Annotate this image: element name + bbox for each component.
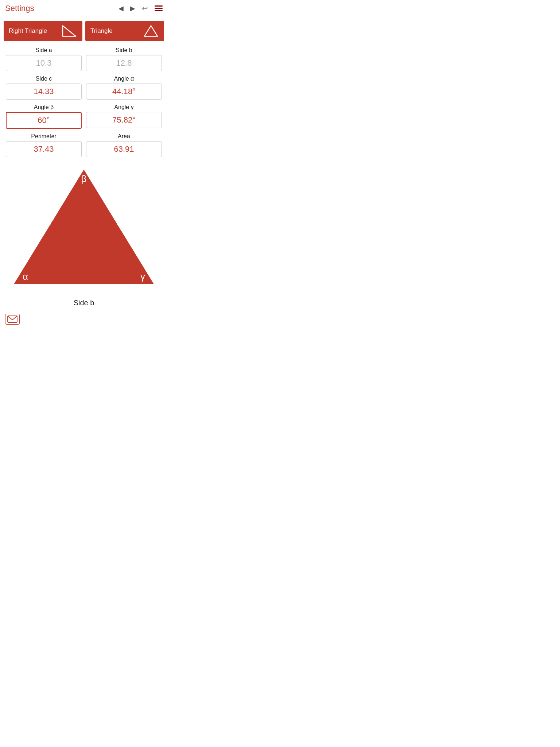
perimeter-label: Perimeter bbox=[6, 133, 82, 140]
side-b-label: Side b bbox=[86, 47, 162, 54]
angle-alpha-label: Angle α bbox=[86, 76, 162, 82]
right-triangle-label: Right Triangle bbox=[9, 27, 47, 35]
area-input[interactable]: 63.91 bbox=[86, 141, 162, 157]
perimeter-input[interactable]: 37.43 bbox=[6, 141, 82, 157]
mail-button[interactable] bbox=[5, 314, 20, 325]
fields-grid: Side a 10.3 Side b 12.8 Side c 14.33 Ang… bbox=[4, 45, 164, 159]
hamburger-line-3 bbox=[155, 10, 163, 11]
right-triangle-icon bbox=[61, 24, 77, 38]
angle-gamma-input[interactable]: 75.82° bbox=[86, 112, 162, 128]
triangle-label: Triangle bbox=[90, 27, 113, 35]
field-area: Area 63.91 bbox=[84, 131, 164, 159]
side-a-label: Side a bbox=[6, 47, 82, 54]
svg-marker-0 bbox=[63, 26, 76, 36]
diagram-area: β α γ Side c Side a Side b bbox=[0, 159, 168, 311]
field-perimeter: Perimeter 37.43 bbox=[4, 131, 84, 159]
triangle-diagram: β α γ Side c Side a bbox=[4, 163, 164, 298]
angle-alpha-input[interactable]: 44.18° bbox=[86, 84, 162, 100]
hamburger-line-1 bbox=[155, 5, 163, 7]
hamburger-line-2 bbox=[155, 8, 163, 9]
triangle-icon bbox=[143, 24, 159, 38]
side-a-input[interactable]: 10.3 bbox=[6, 55, 82, 71]
right-triangle-card[interactable]: Right Triangle bbox=[4, 21, 82, 41]
field-angle-gamma: Angle γ 75.82° bbox=[84, 102, 164, 131]
side-b-input[interactable]: 12.8 bbox=[86, 55, 162, 71]
field-side-b: Side b 12.8 bbox=[84, 45, 164, 73]
angle-gamma-label: Angle γ bbox=[86, 104, 162, 111]
shape-selector-row: Right Triangle Triangle bbox=[0, 17, 168, 41]
angle-beta-input[interactable]: 60° bbox=[6, 112, 82, 129]
side-b-diagram-label: Side b bbox=[74, 299, 94, 307]
mail-icon bbox=[7, 316, 18, 323]
angle-beta-label: Angle β bbox=[6, 104, 82, 111]
back-button[interactable]: ◀ bbox=[118, 4, 124, 12]
menu-button[interactable] bbox=[155, 5, 163, 11]
footer bbox=[0, 311, 168, 329]
forward-button[interactable]: ▶ bbox=[130, 4, 135, 12]
fields-area: Side a 10.3 Side b 12.8 Side c 14.33 Ang… bbox=[0, 41, 168, 159]
area-label: Area bbox=[86, 133, 162, 140]
nav-controls: ◀ ▶ ↩ bbox=[118, 4, 163, 13]
svg-text:α: α bbox=[23, 271, 28, 282]
svg-text:β: β bbox=[81, 173, 87, 184]
app-header: Settings ◀ ▶ ↩ bbox=[0, 0, 168, 17]
svg-marker-1 bbox=[144, 26, 158, 36]
side-c-label: Side c bbox=[6, 76, 82, 82]
field-side-c: Side c 14.33 bbox=[4, 73, 84, 102]
field-angle-beta: Angle β 60° bbox=[4, 102, 84, 131]
side-c-input[interactable]: 14.33 bbox=[6, 84, 82, 100]
field-angle-alpha: Angle α 44.18° bbox=[84, 73, 164, 102]
svg-text:γ: γ bbox=[140, 271, 145, 282]
triangle-card[interactable]: Triangle bbox=[85, 21, 164, 41]
field-side-a: Side a 10.3 bbox=[4, 45, 84, 73]
app-title: Settings bbox=[5, 4, 118, 13]
undo-button[interactable]: ↩ bbox=[142, 4, 148, 13]
svg-marker-2 bbox=[14, 170, 154, 284]
